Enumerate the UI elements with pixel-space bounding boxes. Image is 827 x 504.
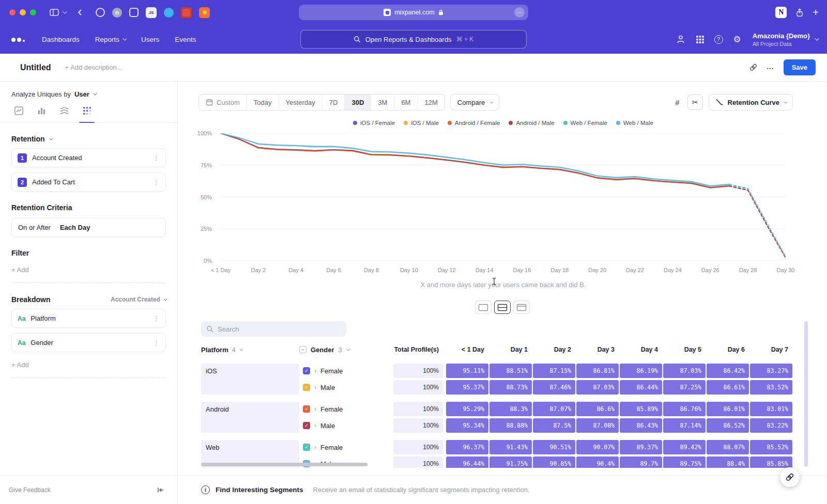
add-breakdown-button[interactable]: + Add bbox=[11, 361, 166, 378]
box-favicon[interactable] bbox=[129, 8, 139, 17]
legend-web-male[interactable]: Web / Male bbox=[616, 120, 653, 126]
day-column-header[interactable]: < 1 Day bbox=[446, 346, 488, 353]
more-options-icon[interactable] bbox=[767, 63, 774, 72]
day-column-header[interactable]: Day 4 bbox=[620, 346, 662, 353]
kebab-menu-icon[interactable] bbox=[153, 178, 160, 186]
tab-funnels[interactable] bbox=[35, 106, 48, 122]
mixpanel-logo[interactable] bbox=[11, 37, 25, 42]
checkbox-ios-female[interactable] bbox=[303, 367, 310, 374]
legend-ios-female[interactable]: iOS / Female bbox=[353, 120, 395, 126]
breakdown-platform[interactable]: AaPlatform bbox=[11, 309, 166, 328]
chart-type-dropdown[interactable]: Retention Curve bbox=[709, 94, 793, 111]
layout-toggle-chart[interactable] bbox=[475, 301, 492, 314]
layout-toggle-split[interactable] bbox=[494, 301, 511, 314]
horizontal-scrollbar[interactable] bbox=[201, 463, 367, 466]
share-icon[interactable] bbox=[795, 8, 804, 18]
day-column-header[interactable]: Day 5 bbox=[663, 346, 706, 353]
tab-insights[interactable] bbox=[12, 106, 25, 122]
minimize-window-button[interactable] bbox=[20, 9, 26, 15]
nav-dashboards[interactable]: Dashboards bbox=[42, 36, 80, 43]
compare-button[interactable]: Compare bbox=[450, 94, 499, 111]
n-app-favicon[interactable]: n bbox=[112, 8, 122, 18]
chevron-down-icon[interactable] bbox=[63, 9, 67, 13]
kebab-menu-icon[interactable] bbox=[153, 314, 160, 322]
add-filter-button[interactable]: + Add bbox=[11, 266, 166, 283]
select-all-checkbox[interactable] bbox=[299, 346, 307, 353]
browser-sidebar-icon[interactable] bbox=[50, 8, 59, 17]
url-bar[interactable]: mixpanel.com bbox=[299, 5, 528, 20]
close-window-button[interactable] bbox=[9, 9, 16, 15]
help-icon[interactable] bbox=[714, 35, 723, 44]
layout-toggle-table[interactable] bbox=[513, 301, 530, 314]
nav-reports[interactable]: Reports bbox=[95, 36, 126, 43]
new-tab-icon[interactable] bbox=[813, 7, 819, 19]
day-column-header[interactable]: Day 2 bbox=[533, 346, 575, 353]
save-button[interactable]: Save bbox=[784, 59, 816, 75]
range-today[interactable]: Today bbox=[247, 94, 279, 110]
table-search-input[interactable]: Search bbox=[201, 321, 346, 337]
retention-step-2[interactable]: 2Added To Cart bbox=[11, 172, 166, 192]
legend-web-female[interactable]: Web / Female bbox=[563, 120, 607, 126]
checkbox-android-female[interactable] bbox=[303, 405, 310, 413]
retention-criteria-card[interactable]: On or After Each Day bbox=[11, 218, 166, 237]
checkbox-android-male[interactable] bbox=[303, 422, 310, 429]
give-feedback-link[interactable]: Give Feedback bbox=[9, 486, 51, 494]
retention-chart[interactable] bbox=[221, 133, 786, 261]
cyan-app-favicon[interactable] bbox=[164, 8, 174, 18]
range-custom[interactable]: Custom bbox=[199, 94, 247, 110]
retention-section-title[interactable]: Retention bbox=[11, 135, 166, 143]
criteria-interval-dropdown[interactable]: Each Day bbox=[60, 224, 90, 231]
user-insights-icon[interactable] bbox=[676, 35, 686, 44]
range-6m[interactable]: 6M bbox=[394, 94, 417, 110]
expand-chevron-icon[interactable] bbox=[314, 367, 316, 374]
day-column-header[interactable]: Day 3 bbox=[576, 346, 619, 353]
report-title[interactable]: Untitled bbox=[20, 63, 51, 72]
checkbox-ios-male[interactable] bbox=[303, 384, 310, 391]
range-yesterday[interactable]: Yesterday bbox=[279, 94, 322, 110]
expand-chevron-icon[interactable] bbox=[314, 384, 316, 391]
day-column-header[interactable]: Day 6 bbox=[707, 346, 749, 353]
notion-extension-icon[interactable]: N bbox=[775, 7, 787, 18]
checkbox-web-female[interactable] bbox=[303, 444, 310, 451]
kebab-menu-icon[interactable] bbox=[153, 154, 160, 162]
tab-flows[interactable] bbox=[58, 106, 70, 122]
breakdown-gender[interactable]: AaGender bbox=[11, 333, 166, 352]
day-column-header[interactable]: Day 1 bbox=[489, 346, 532, 353]
annotations-icon[interactable] bbox=[673, 96, 681, 109]
vertical-scrollbar[interactable] bbox=[804, 321, 808, 467]
nav-users[interactable]: Users bbox=[141, 36, 159, 43]
legend-android-female[interactable]: Android / Female bbox=[448, 120, 500, 126]
copy-link-icon[interactable] bbox=[749, 63, 758, 72]
global-search[interactable]: Open Reports & Dashboards ⌘ + K bbox=[300, 30, 527, 49]
apps-grid-icon[interactable] bbox=[696, 36, 704, 43]
find-segments-link[interactable]: Find Interesting Segments bbox=[216, 486, 303, 494]
range-7d[interactable]: 7D bbox=[322, 94, 345, 110]
zoom-window-button[interactable] bbox=[30, 9, 36, 15]
expand-chevron-icon[interactable] bbox=[314, 405, 316, 413]
scissors-icon[interactable] bbox=[687, 94, 703, 110]
back-button[interactable] bbox=[76, 8, 84, 17]
project-switcher[interactable]: Amazonia {Demo} All Project Data bbox=[753, 32, 818, 47]
range-30d[interactable]: 30D bbox=[344, 94, 371, 110]
kebab-menu-icon[interactable] bbox=[153, 339, 160, 346]
js-favicon[interactable]: JS bbox=[146, 7, 157, 18]
tab-retention[interactable] bbox=[81, 106, 93, 122]
legend-android-male[interactable]: Android / Male bbox=[509, 120, 554, 126]
analyze-entity-dropdown[interactable]: User bbox=[74, 90, 89, 98]
retention-step-1[interactable]: 1Account Created bbox=[11, 148, 166, 167]
breakdown-scope-dropdown[interactable]: Account Created bbox=[111, 296, 166, 303]
criteria-type-dropdown[interactable]: On or After bbox=[18, 224, 51, 231]
gender-column-header[interactable]: Gender 3 bbox=[299, 346, 393, 354]
expand-chevron-icon[interactable] bbox=[314, 422, 316, 429]
floating-share-link-button[interactable] bbox=[780, 467, 800, 487]
gear-icon[interactable] bbox=[733, 34, 741, 45]
expand-chevron-icon[interactable] bbox=[314, 444, 316, 451]
day-column-header[interactable]: Day 7 bbox=[750, 346, 792, 353]
timer-favicon[interactable] bbox=[96, 8, 105, 17]
legend-ios-male[interactable]: iOS / Male bbox=[404, 120, 439, 126]
nav-events[interactable]: Events bbox=[175, 36, 196, 43]
report-description[interactable]: + Add description... bbox=[65, 64, 122, 71]
range-12m[interactable]: 12M bbox=[417, 94, 444, 110]
platform-column-header[interactable]: Platform 4 bbox=[201, 346, 299, 354]
range-3m[interactable]: 3M bbox=[371, 94, 394, 110]
